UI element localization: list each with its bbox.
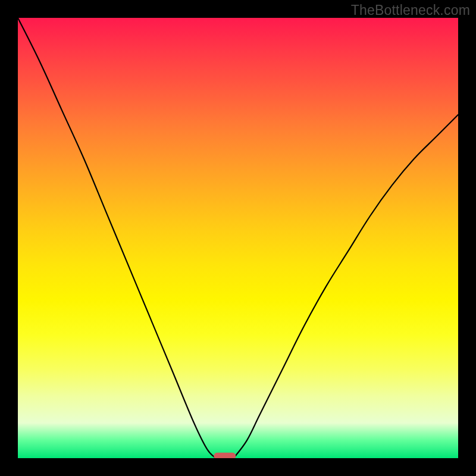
markers-group xyxy=(214,453,236,458)
curves-group xyxy=(18,18,458,458)
curve-layer xyxy=(18,18,458,458)
min-marker xyxy=(214,453,236,458)
chart-frame: TheBottleneck.com xyxy=(0,0,476,476)
plot-area xyxy=(18,18,458,458)
series-left-curve xyxy=(18,18,216,458)
watermark-text: TheBottleneck.com xyxy=(351,2,470,18)
series-right-curve xyxy=(234,115,458,458)
